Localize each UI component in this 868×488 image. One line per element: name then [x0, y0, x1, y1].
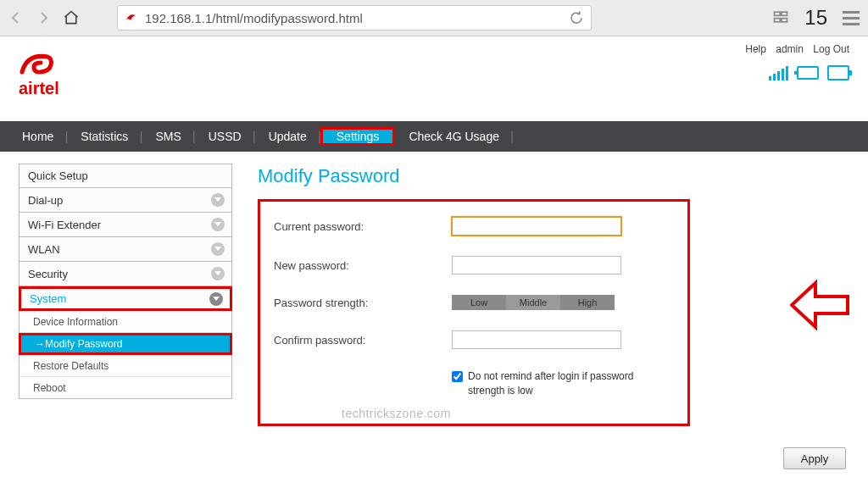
- address-bar[interactable]: 192.168.1.1/html/modifypassword.html: [117, 5, 592, 30]
- nav-settings[interactable]: Settings: [323, 130, 393, 143]
- form-highlight-box: Current password: New password: Password…: [258, 199, 690, 426]
- apply-button[interactable]: Apply: [783, 447, 846, 469]
- page-header: airtel Help admin Log Out: [0, 36, 868, 121]
- nav-statistics[interactable]: Statistics: [67, 121, 142, 152]
- brand-name: airtel: [19, 79, 59, 98]
- svg-rect-1: [782, 12, 787, 15]
- sidebar-sub-modify-password[interactable]: →Modify Password: [19, 333, 232, 355]
- svg-rect-2: [775, 18, 781, 21]
- sidebar-item-dial-up[interactable]: Dial-up: [19, 188, 232, 213]
- header-links: Help admin Log Out: [738, 43, 849, 55]
- content-area: Quick Setup Dial-up Wi-Fi Extender WLAN …: [0, 152, 868, 426]
- sidebar-item-system[interactable]: System: [19, 286, 232, 311]
- svg-rect-0: [775, 12, 781, 15]
- help-link[interactable]: Help: [745, 43, 766, 55]
- nav-settings-highlight: Settings: [320, 127, 396, 146]
- logout-link[interactable]: Log Out: [813, 43, 849, 55]
- strength-low: Low: [452, 295, 506, 310]
- current-password-input[interactable]: [452, 217, 621, 236]
- remind-checkbox-label: Do not remind after login if password st…: [468, 369, 663, 398]
- main-panel: Modify Password Current password: New pa…: [258, 164, 851, 426]
- browser-right-controls: 15: [772, 6, 860, 30]
- main-nav: Home Statistics SMS USSD Update Settings…: [0, 121, 868, 152]
- sidebar-sub-device-info[interactable]: Device Information: [19, 311, 232, 333]
- nav-sms[interactable]: SMS: [142, 121, 194, 152]
- nav-check-4g[interactable]: Check 4G Usage: [395, 121, 513, 152]
- status-icons: [769, 65, 849, 80]
- menu-icon[interactable]: [843, 11, 860, 25]
- sidebar-item-quick-setup[interactable]: Quick Setup: [19, 164, 232, 188]
- nav-ussd[interactable]: USSD: [195, 121, 255, 152]
- svg-rect-3: [782, 18, 787, 21]
- remind-checkbox[interactable]: [452, 371, 463, 382]
- battery-icon: [827, 65, 849, 80]
- tab-count[interactable]: 15: [804, 6, 827, 30]
- reader-view-icon[interactable]: [772, 8, 789, 28]
- brand-logo: airtel: [19, 48, 59, 98]
- password-strength-label: Password strength:: [274, 297, 452, 309]
- brand-swoosh-icon: [19, 48, 56, 80]
- password-strength-bar: Low Middle High: [452, 295, 615, 310]
- sidebar-sub-reboot[interactable]: Reboot: [19, 377, 232, 399]
- new-password-label: New password:: [274, 259, 452, 272]
- sidebar: Quick Setup Dial-up Wi-Fi Extender WLAN …: [19, 164, 232, 426]
- site-favicon-icon: [125, 11, 138, 25]
- arrow-annotation-icon: [790, 280, 849, 330]
- forward-button[interactable]: [36, 10, 51, 25]
- sidebar-sub-restore-defaults[interactable]: Restore Defaults: [19, 355, 232, 377]
- watermark-text: techtrickszone.com: [342, 407, 451, 420]
- current-password-label: Current password:: [274, 220, 452, 233]
- strength-middle: Middle: [506, 295, 560, 310]
- confirm-password-label: Confirm password:: [274, 334, 452, 347]
- nav-home[interactable]: Home: [8, 121, 67, 152]
- nav-update[interactable]: Update: [255, 121, 320, 152]
- sidebar-item-wifi-extender[interactable]: Wi-Fi Extender: [19, 213, 232, 237]
- page-title: Modify Password: [258, 165, 851, 187]
- new-password-input[interactable]: [452, 256, 621, 274]
- sidebar-item-security[interactable]: Security: [19, 262, 232, 286]
- home-icon[interactable]: [63, 9, 80, 26]
- signal-icon: [769, 65, 788, 80]
- strength-high: High: [560, 295, 615, 310]
- monitor-icon: [797, 66, 819, 80]
- browser-toolbar: 192.168.1.1/html/modifypassword.html 15: [0, 0, 868, 36]
- sidebar-item-wlan[interactable]: WLAN: [19, 237, 232, 262]
- url-text: 192.168.1.1/html/modifypassword.html: [145, 11, 363, 25]
- reload-icon[interactable]: [569, 10, 584, 25]
- admin-link[interactable]: admin: [776, 43, 804, 55]
- back-button[interactable]: [8, 10, 24, 25]
- confirm-password-input[interactable]: [452, 330, 621, 349]
